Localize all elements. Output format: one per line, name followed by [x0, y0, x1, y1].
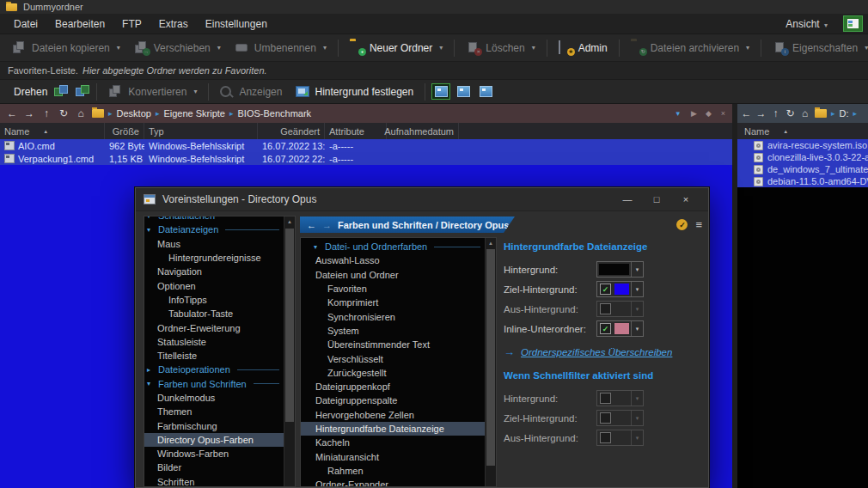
file-row[interactable]: de_windows_7_ultimate_wit	[737, 163, 868, 175]
scrollbar[interactable]: ▲	[485, 238, 496, 486]
color-picker-aus-hintergrund[interactable]: ▾	[596, 301, 644, 317]
tree-item-hintergrundfarbe-dateianzeige[interactable]: Hintergrundfarbe Dateianzeige	[301, 422, 486, 436]
tree-item-hervorgehobene-zellen[interactable]: Hervorgehobene Zellen	[301, 408, 486, 422]
properties-button[interactable]: i Eigenschaften ▾	[766, 39, 868, 57]
file-row[interactable]: clonezilla-live-3.0.3-22-amd	[737, 151, 868, 163]
tree-item-komprimiert[interactable]: Komprimiert	[301, 296, 486, 309]
color-picker-ziel-hintergrund[interactable]: ✓ ▾	[596, 281, 644, 297]
menu-ftp[interactable]: FTP	[113, 15, 150, 33]
tree-item-auswahl-lasso[interactable]: Auswahl-Lasso	[301, 253, 486, 267]
banner-menu-icon[interactable]: ≡	[695, 218, 702, 231]
archive-files-button[interactable]: ↻ Dateien archivieren ▾	[624, 39, 756, 57]
rotate-button[interactable]: Drehen	[7, 83, 54, 101]
column-header-name[interactable]: Name	[744, 126, 769, 137]
tree-item-datei-und-ordnerfarben[interactable]: ▾Datei- und Ordnerfarben	[301, 240, 486, 253]
breadcrumb-eigene-skripte[interactable]: Eigene Skripte	[161, 108, 228, 119]
color-swatch[interactable]	[614, 284, 629, 295]
tree-item-optionen[interactable]: Optionen	[144, 278, 284, 292]
color-picker-filter-ziel-hintergrund[interactable]: ▾	[596, 410, 644, 426]
scroll-up-icon[interactable]: ▲	[486, 238, 496, 248]
tree-item-farbmischung[interactable]: Farbmischung	[144, 418, 284, 432]
set-background-button[interactable]: Hintergrund festlegen	[289, 83, 420, 101]
color-picker-hintergrund[interactable]: ▾	[596, 261, 644, 278]
tree-item-tabulator-taste[interactable]: Tabulator-Taste	[144, 307, 284, 320]
menu-extras[interactable]: Extras	[150, 15, 197, 33]
back-icon[interactable]: ←	[3, 107, 21, 119]
rotate-right-icon[interactable]	[76, 85, 92, 98]
admin-button[interactable]: ★ Admin	[552, 39, 614, 57]
minimize-button[interactable]: —	[613, 189, 642, 210]
maximize-button[interactable]: □	[642, 189, 671, 210]
delete-button[interactable]: × Löschen ▾	[459, 39, 541, 57]
menu-datei[interactable]: Datei	[5, 15, 46, 33]
column-header-type[interactable]: Typ	[144, 123, 258, 139]
color-picker-filter-hintergrund[interactable]: ▾	[596, 390, 644, 406]
new-folder-button[interactable]: + Neuer Ordner ▾	[343, 39, 449, 57]
tree-item-bilder[interactable]: Bilder	[144, 461, 284, 474]
tree-item-directory-opus-farben[interactable]: Directory Opus-Farben	[144, 433, 284, 447]
scrollbar-thumb[interactable]	[285, 229, 294, 422]
copy-files-button[interactable]: Dateien kopieren ▾	[5, 39, 127, 57]
tree-item-navigation[interactable]: Navigation	[144, 265, 284, 278]
scroll-up-icon[interactable]: ▲	[284, 217, 295, 227]
file-row[interactable]: Verpackung1.cmd 1,15 KB Windows-Befehlss…	[0, 152, 732, 165]
checkbox-checked[interactable]: ✓	[600, 323, 611, 334]
banner-forward-icon[interactable]: →	[322, 220, 332, 230]
forward-icon[interactable]: →	[21, 107, 38, 119]
tree-item-schriften[interactable]: Schriften	[144, 475, 284, 487]
tree-item-hintergrundereignisse[interactable]: Hintergrundereignisse	[144, 251, 284, 265]
close-button[interactable]: ×	[671, 189, 700, 210]
color-picker-inline-unterordner[interactable]: ✓ ▾	[596, 320, 644, 337]
scrollbar[interactable]: ▲	[284, 217, 295, 486]
swap-panels-icon[interactable]: ◆	[703, 109, 714, 118]
column-header-modified[interactable]: Geändert	[258, 123, 325, 139]
file-row[interactable]: debian-11.5.0-amd64-DVD-	[737, 175, 868, 187]
tree-item-themen[interactable]: Themen	[144, 405, 284, 418]
refresh-icon[interactable]: ↻	[783, 107, 798, 119]
banner-back-icon[interactable]: ←	[307, 220, 316, 230]
tree-item-dateien-und-ordner[interactable]: Dateien und Ordner	[301, 268, 486, 282]
tree-item-windows-farben[interactable]: Windows-Farben	[144, 447, 284, 461]
format-lock-icon[interactable]: ▶	[688, 109, 700, 118]
column-header-attributes[interactable]: Attribute	[325, 123, 387, 139]
view-settings-icon[interactable]	[843, 15, 863, 32]
tree-item-statusleiste[interactable]: Statusleiste	[144, 335, 284, 349]
right-file-display[interactable]: avira-rescue-system.iso clonezilla-live-…	[737, 139, 868, 488]
tree-item-favoriten[interactable]: Favoriten	[301, 282, 486, 296]
breadcrumb-bios-benchmark[interactable]: BIOS-Benchmark	[235, 108, 315, 119]
convert-button[interactable]: Konvertieren ▾	[101, 82, 204, 101]
column-header-size[interactable]: Größe	[105, 123, 144, 139]
dropdown-arrow-icon[interactable]: ▾	[631, 282, 643, 296]
breadcrumb-folder-icon[interactable]	[815, 109, 827, 118]
tree-item-uebereinstimmender-text[interactable]: Übereinstimmender Text	[301, 338, 486, 351]
view-mode-thumbnails-icon[interactable]	[454, 83, 473, 100]
view-mode-tiles-icon[interactable]	[476, 83, 495, 100]
tree-item-ordner-expander[interactable]: Ordner-Expander	[301, 478, 486, 487]
tree-item-maus[interactable]: Maus	[144, 237, 284, 251]
up-icon[interactable]: ↑	[38, 107, 55, 119]
breadcrumb-folder-icon[interactable]	[92, 109, 104, 118]
tree-item-miniaturansicht[interactable]: Miniaturansicht	[301, 449, 486, 463]
tree-item-rahmen[interactable]: Rahmen	[301, 464, 486, 478]
favorites-bar[interactable]: Favoriten-Leiste. Hier abgelegte Ordner …	[0, 61, 868, 80]
refresh-icon[interactable]: ↻	[55, 107, 72, 119]
checkbox-unchecked[interactable]	[600, 393, 611, 404]
apply-check-icon[interactable]: ✓	[676, 219, 688, 230]
tree-item-verschluesselt[interactable]: Verschlüsselt	[301, 351, 486, 365]
checkbox-checked[interactable]: ✓	[600, 284, 611, 295]
column-header-capture-date[interactable]: Aufnahmedatum	[387, 123, 459, 139]
column-header-name[interactable]: Name ▲	[0, 123, 105, 139]
forward-icon[interactable]: →	[754, 107, 768, 119]
tree-item-schaltflaechen[interactable]: ▾Schaltflächen	[144, 216, 284, 223]
tree-item-titelleiste[interactable]: Titelleiste	[144, 349, 284, 363]
tree-item-ordner-erweiterung[interactable]: Ordner-Erweiterung	[144, 320, 284, 334]
view-mode-details-icon[interactable]	[431, 83, 450, 100]
tree-item-dateianzeigen[interactable]: ▾Dateianzeigen	[144, 223, 284, 236]
dropdown-arrow-icon[interactable]: ▾	[631, 321, 643, 336]
home-icon[interactable]: ⌂	[798, 107, 812, 119]
tree-item-dunkelmodus[interactable]: Dunkelmodus	[144, 391, 284, 405]
close-panel-icon[interactable]: ×	[718, 109, 729, 118]
file-row[interactable]: AIO.cmd 962 Bytes Windows-Befehlsskript …	[0, 139, 732, 152]
tree-item-dateigruppenkopf[interactable]: Dateigruppenkopf	[301, 380, 486, 393]
tree-item-kacheln[interactable]: Kacheln	[301, 436, 486, 449]
